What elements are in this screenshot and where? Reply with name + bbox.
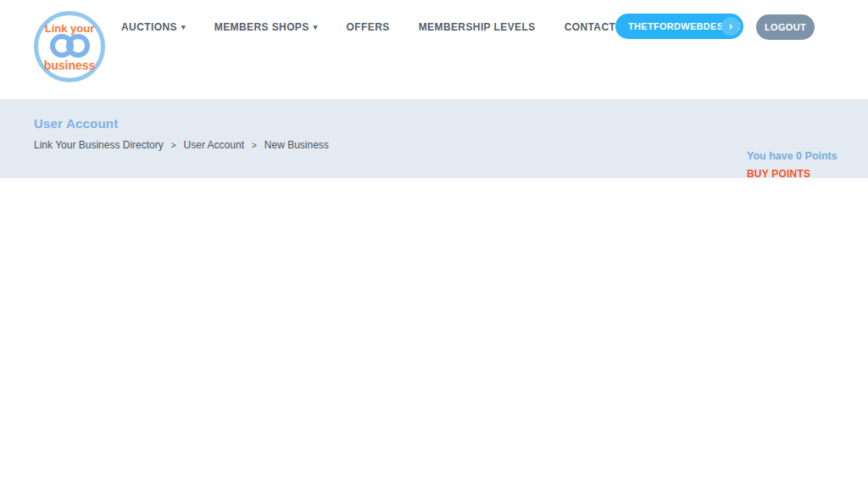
chevron-down-icon: ▾ [314,24,318,31]
nav-item-label: MEMBERS SHOPS [214,21,309,33]
page-title: User Account [34,116,118,131]
page-header-banner: User Account Link Your Business Director… [0,99,868,178]
breadcrumb-link-directory[interactable]: Link Your Business Directory [34,139,164,151]
nav-item-offers[interactable]: OFFERS [347,21,390,33]
breadcrumb-separator-icon: > [171,141,176,150]
main-nav: AUCTIONS ▾ MEMBERS SHOPS ▾ OFFERS MEMBER… [121,20,633,34]
nav-item-auctions[interactable]: AUCTIONS ▾ [121,21,186,33]
logo-text-bottom: business [38,59,101,72]
account-button[interactable]: THETFORDWEBDESIGN › [615,14,743,39]
nav-item-members-shops[interactable]: MEMBERS SHOPS ▾ [214,21,318,33]
breadcrumb-current-new-business: New Business [264,139,329,151]
nav-item-label: OFFERS [347,21,390,33]
points-box: You have 0 Points BUY POINTS [747,150,837,180]
main-content [0,178,868,491]
chevron-down-icon: ▾ [181,24,186,31]
site-logo[interactable]: Link your business [34,11,105,82]
points-summary: You have 0 Points [747,150,837,162]
nav-item-label: AUCTIONS [121,21,177,33]
logo-text-top: Link your [38,22,101,35]
breadcrumb-link-user-account[interactable]: User Account [184,139,244,151]
breadcrumb: Link Your Business Directory > User Acco… [34,139,329,151]
logo-link-ring-right-icon [66,34,90,58]
breadcrumb-separator-icon: > [252,141,257,150]
logout-button[interactable]: LOGOUT [756,14,815,40]
chevron-right-icon: › [721,17,740,36]
nav-item-label: MEMBERSHIP LEVELS [419,21,536,33]
site-header: Link your business AUCTIONS ▾ MEMBERS SH… [0,0,868,99]
nav-item-membership-levels[interactable]: MEMBERSHIP LEVELS [419,21,536,33]
